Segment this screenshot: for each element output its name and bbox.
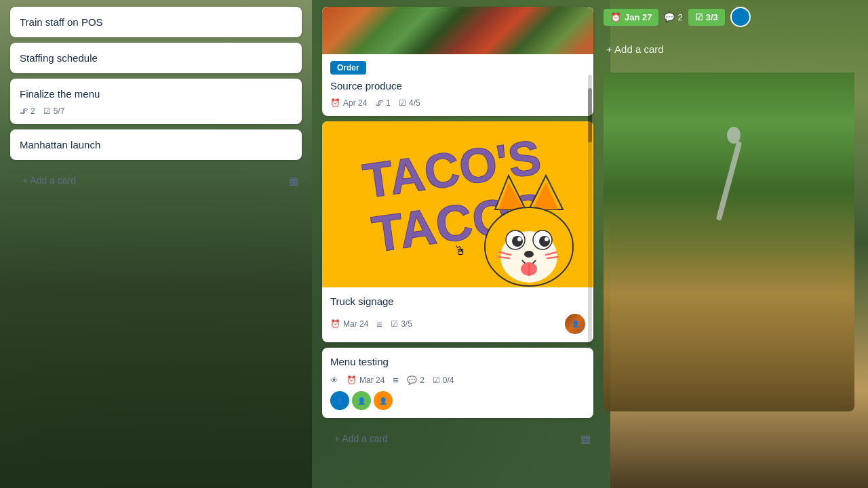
comment-icon-right: 💬 [664, 12, 675, 22]
card-title: Finalize the menu [20, 88, 100, 100]
desc-icon: ≡ [393, 374, 399, 386]
card-title: Truck signage [330, 294, 585, 308]
spoon-shape [716, 141, 743, 221]
card-meta: ⏰ Apr 24 🖇 1 ☑ 4/5 [330, 98, 585, 108]
right-food-image [604, 73, 854, 411]
column-left: Train staff on POS Staffing schedule Fin… [0, 7, 312, 195]
desc-icon: ≡ [376, 319, 382, 330]
eye-icon: 👁 [330, 375, 338, 385]
check-icon: ☑ [399, 98, 406, 108]
source-produce-image [322, 7, 593, 54]
add-card-button-left[interactable]: + Add a card [13, 169, 289, 191]
date-meta: ⏰ Apr 24 [330, 98, 367, 108]
tacos-image: TACO'S TACOS [322, 121, 593, 287]
checklist-meta: ☑ 0/4 [433, 375, 454, 385]
card-title: Staffing schedule [20, 52, 98, 64]
card-manhattan-launch[interactable]: Manhattan launch [10, 129, 302, 160]
attachment-count: 🖇 2 [20, 106, 35, 116]
card-title: Manhattan launch [20, 139, 100, 150]
right-avatar-partial [730, 7, 751, 27]
card-body: Order Source produce ⏰ Apr 24 🖇 1 [322, 54, 593, 116]
clock-icon: ⏰ [347, 375, 357, 385]
avatar-row: 👤 👤 👤 [330, 391, 585, 410]
checklist-badge: ☑ 3/3 [688, 9, 725, 26]
card-title: Source produce [330, 79, 585, 93]
column-mid-wrapper: Order Source produce ⏰ Apr 24 🖇 1 [312, 7, 593, 453]
card-title: Menu testing [330, 354, 585, 369]
desc-meta: ≡ [376, 319, 382, 330]
avatar-1: 👤 [330, 391, 349, 410]
card-title: Train staff on POS [20, 16, 103, 28]
svg-point-15 [524, 251, 534, 258]
card-meta: ⏰ Mar 24 ≡ ☑ 3/5 👤 [330, 314, 585, 334]
attach-icon: 🖇 [375, 98, 383, 108]
clock-icon-right: ⏰ [610, 12, 621, 22]
order-label: Order [330, 61, 585, 79]
comment-icon: 💬 [407, 375, 417, 385]
column-scrollbar[interactable] [588, 75, 592, 346]
template-icon-mid[interactable]: ▦ [580, 432, 591, 445]
template-icon[interactable]: ▦ [289, 174, 299, 187]
label-badge: Order [330, 61, 366, 75]
date-badge: ⏰ Jan 27 [604, 9, 658, 26]
svg-point-12 [539, 236, 550, 247]
card-staffing-schedule[interactable]: Staffing schedule [10, 43, 302, 73]
attach-icon: 🖇 [20, 106, 28, 116]
date-meta: ⏰ Mar 24 [347, 375, 384, 385]
truck-signage-body: Truck signage ⏰ Mar 24 ≡ ☑ [322, 287, 593, 342]
check-icon: ☑ [391, 319, 398, 329]
card-finalize-menu[interactable]: Finalize the menu 🖇 2 ☑ 5/7 [10, 79, 302, 124]
add-card-button-mid[interactable]: + Add a card [325, 428, 580, 449]
card-train-staff[interactable]: Train staff on POS [10, 7, 302, 37]
checklist-count: ☑ 5/7 [43, 106, 65, 116]
checklist-meta: ☑ 3/5 [391, 319, 412, 329]
add-card-button-right[interactable]: + Add a card [604, 38, 854, 60]
check-icon-right: ☑ [695, 12, 703, 22]
column-right: ⏰ Jan 27 💬 2 ☑ 3/3 + Add a card [604, 7, 861, 411]
clock-icon: ⏰ [330, 319, 340, 329]
check-icon: ☑ [433, 375, 440, 385]
spoon-head [727, 127, 741, 144]
right-card-meta: ⏰ Jan 27 💬 2 ☑ 3/3 [604, 7, 854, 27]
avatar-3: 👤 [374, 391, 393, 410]
member-avatar: 👤 [565, 314, 585, 334]
card-menu-testing[interactable]: Menu testing 👁 ⏰ Mar 24 ≡ 💬 2 [322, 348, 593, 418]
column-mid: Order Source produce ⏰ Apr 24 🖇 1 [322, 7, 593, 453]
comment-meta: 💬 2 [407, 375, 425, 385]
card-meta: 🖇 2 ☑ 5/7 [20, 106, 292, 116]
check-icon: ☑ [43, 106, 51, 116]
svg-point-13 [517, 237, 521, 241]
card-meta: 👁 ⏰ Mar 24 ≡ 💬 2 ☑ 0/4 [330, 374, 585, 386]
attach-meta: 🖇 1 [375, 98, 391, 108]
desc-meta: ≡ [393, 374, 399, 386]
card-source-produce[interactable]: Order Source produce ⏰ Apr 24 🖇 1 [322, 7, 593, 116]
card-truck-signage[interactable]: TACO'S TACOS [322, 121, 593, 342]
svg-point-11 [512, 236, 523, 247]
tacos-svg: TACO'S TACOS [322, 121, 593, 287]
date-meta: ⏰ Mar 24 [330, 319, 368, 329]
board: Train staff on POS Staffing schedule Fin… [0, 0, 868, 488]
checklist-meta: ☑ 4/5 [399, 98, 420, 108]
avatar-2: 👤 [352, 391, 371, 410]
eye-meta: 👁 [330, 375, 338, 385]
scrollbar-thumb[interactable] [588, 88, 592, 142]
clock-icon: ⏰ [330, 98, 340, 108]
svg-point-14 [545, 237, 549, 241]
comment-badge: 💬 2 [664, 12, 682, 22]
